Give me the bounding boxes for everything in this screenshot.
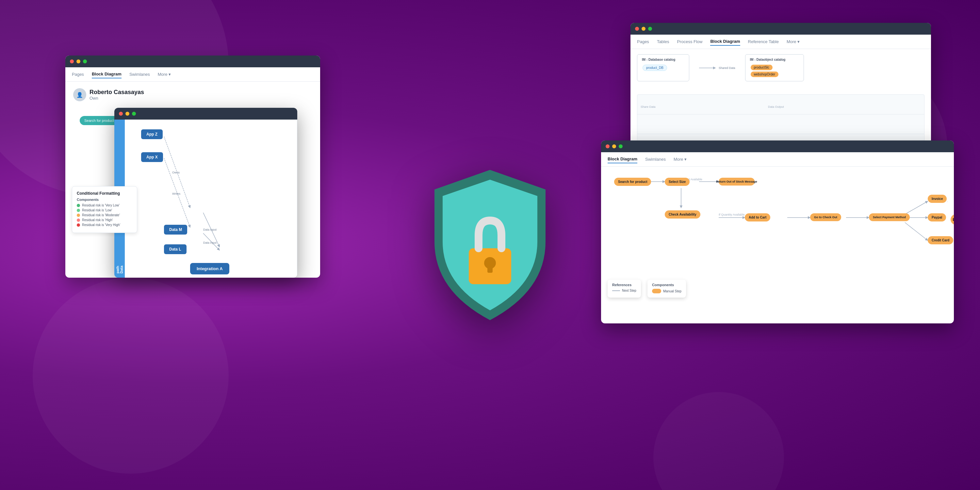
tab-process-3[interactable]: Process Flow [677, 38, 702, 45]
minimize-btn-4[interactable] [612, 145, 616, 148]
tab-block-diagram-3[interactable]: Block Diagram [710, 38, 740, 46]
close-btn-1[interactable] [70, 59, 74, 64]
tab-block-diagram-4[interactable]: Block Diagram [608, 155, 637, 163]
legend-components-title: Components [652, 283, 681, 287]
minimize-btn-1[interactable] [76, 59, 80, 64]
cf-title: Conditional Formatting [77, 191, 132, 196]
svg-line-2 [164, 137, 190, 208]
node-integration-a: Integration A [190, 263, 229, 274]
node4-invoice: Invoice [928, 195, 947, 203]
cf-dot-1 [77, 209, 80, 212]
close-btn-2[interactable] [119, 112, 123, 116]
product-db-node: product_DB [643, 65, 667, 71]
tab-reference-3[interactable]: Reference Table [748, 38, 779, 45]
node4-out-of-stock: Return Out of Stock Message [719, 178, 755, 186]
im-db-label: IM - Database catalog [642, 58, 684, 61]
cf-label-1: Residual risk is 'Low' [82, 208, 112, 212]
node-app-x: App X [141, 152, 163, 166]
cf-dot-0 [77, 204, 80, 207]
svg-text:Share Data: Share Data [641, 105, 655, 108]
im-data-catalog: IM - Dataobject catalog productSlc websh… [745, 54, 804, 81]
legend-line-icon [612, 290, 620, 291]
close-btn-3[interactable] [635, 27, 639, 31]
maximize-btn-1[interactable] [83, 59, 87, 64]
tab-pages-1[interactable]: Pages [72, 70, 84, 78]
im-data-label: IM - Dataobject catalog [750, 58, 799, 61]
titlebar-3 [630, 23, 931, 35]
legend-area: References Next Step Components Manual S… [608, 280, 947, 298]
swimlane-body: Application App Z App X Data Data M Data… [115, 119, 297, 278]
catalog-arrow [699, 65, 719, 71]
node4-payment-method: Select Payment Method [869, 213, 910, 221]
svg-text:If Quantity Available: If Quantity Available [719, 213, 745, 216]
svg-line-24 [905, 201, 928, 214]
node4-search: Search for product [614, 178, 651, 186]
tab-pages-3[interactable]: Pages [637, 38, 649, 45]
legend-manual-step-label: Manual Step [663, 290, 681, 293]
cf-item-0: Residual risk is 'Very Low' [77, 204, 132, 207]
nav-4: Block Diagram Swimlanes More ▾ [601, 152, 954, 167]
legend-components: Components Manual Step [648, 280, 686, 298]
svg-text:Owns: Owns [172, 171, 180, 174]
legend-references-title: References [612, 283, 636, 287]
minimize-btn-2[interactable] [126, 112, 129, 116]
im-db-catalog: IM - Database catalog product_DB [637, 54, 689, 81]
cf-item-2: Residual risk is 'Moderate' [77, 213, 132, 217]
bg-decoration-2 [33, 278, 229, 474]
lane-datapath-label: Data path [115, 261, 125, 278]
window-swimlane: Application App Z App X Data Data M Data… [115, 108, 297, 278]
svg-text:Data input: Data input [203, 228, 217, 231]
tab-more-4[interactable]: More ▾ [674, 157, 687, 162]
user-name: Roberto Casasayas [89, 89, 144, 96]
cf-label-2: Residual risk is 'Moderate' [82, 213, 120, 217]
node4-end: End [951, 214, 954, 225]
node-data-m: Data M [164, 225, 187, 239]
tab-more-1[interactable]: More ▾ [158, 72, 171, 77]
flow-diagram-4: If Not Available If Quantity Available [608, 172, 947, 276]
svg-line-26 [905, 223, 928, 240]
swimlane-connections: Owns Writes Data input Data input [125, 119, 297, 278]
node4-credit-card: Credit Card [928, 236, 953, 244]
tab-swimlanes-1[interactable]: Swimlanes [129, 70, 150, 78]
tab-swimlanes-4[interactable]: Swimlanes [645, 156, 666, 163]
node4-checkout: Go to Check Out [810, 213, 841, 221]
node-app-z: App Z [141, 129, 163, 143]
tab-tables-3[interactable]: Tables [657, 38, 669, 45]
user-profile: 👤 Roberto Casasayas Own [73, 88, 312, 101]
legend-manual-step: Manual Step [652, 289, 681, 293]
catalog-section: IM - Database catalog product_DB Shared … [637, 54, 924, 81]
lane-application-content: App Z App X Data Data M Data L Data path… [125, 119, 297, 278]
maximize-btn-4[interactable] [619, 145, 623, 148]
close-btn-4[interactable] [606, 145, 609, 148]
product-slc-node: productSlc [751, 65, 773, 70]
node-data-l: Data L [164, 244, 186, 258]
cf-label-4: Residual risk is 'Very High' [82, 223, 120, 227]
cf-dot-2 [77, 214, 80, 217]
titlebar-1 [65, 56, 320, 67]
cf-label-3: Residual risk is 'High' [82, 218, 113, 222]
maximize-btn-3[interactable] [648, 27, 652, 31]
svg-text:Data input: Data input [203, 241, 217, 244]
shield-icon [422, 163, 558, 327]
shared-data-label: Shared Data [699, 54, 735, 81]
tab-block-diagram-1[interactable]: Block Diagram [92, 70, 121, 78]
avatar: 👤 [73, 88, 86, 101]
cf-subtitle: Components [77, 197, 132, 202]
titlebar-4 [601, 140, 954, 152]
cf-item-1: Residual risk is 'Low' [77, 208, 132, 212]
flow4-arrows: If Not Available If Quantity Available [608, 172, 947, 276]
svg-line-4 [164, 158, 190, 228]
node-search-product: Search for product [80, 116, 119, 125]
cf-dot-4 [77, 223, 80, 227]
cf-label-0: Residual risk is 'Very Low' [82, 204, 119, 207]
legend-next-step: Next Step [612, 289, 636, 293]
legend-pill-icon [652, 289, 661, 293]
minimize-btn-3[interactable] [641, 27, 646, 31]
conditional-formatting-panel: Conditional Formatting Components Residu… [72, 186, 137, 233]
nav-3: Pages Tables Process Flow Block Diagram … [630, 35, 931, 49]
tab-more-3[interactable]: More ▾ [787, 39, 800, 44]
svg-line-6 [203, 213, 220, 247]
node4-paypal: Paypal [928, 213, 946, 221]
maximize-btn-2[interactable] [132, 112, 136, 116]
node4-check-availability: Check Availability [665, 210, 700, 218]
